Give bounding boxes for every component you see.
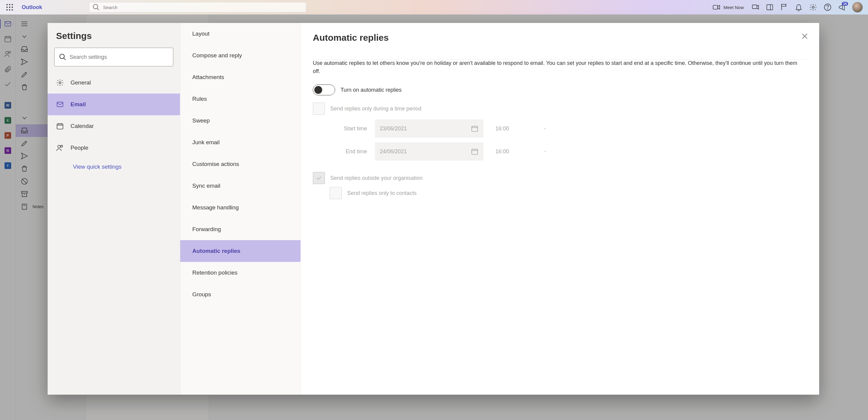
close-button[interactable] — [801, 32, 809, 41]
svg-point-7 — [9, 9, 10, 10]
toggle-label: Turn on automatic replies — [341, 87, 401, 93]
contacts-only-label: Send replies only to contacts — [347, 190, 416, 196]
nav1-email[interactable]: Email — [48, 93, 180, 115]
tips-button[interactable] — [777, 0, 792, 15]
svg-rect-48 — [472, 149, 478, 154]
svg-point-9 — [93, 4, 98, 9]
svg-point-3 — [6, 7, 7, 8]
nav2-automatic-replies[interactable]: Automatic replies — [180, 240, 301, 262]
svg-point-36 — [59, 82, 61, 84]
search-settings[interactable] — [54, 48, 173, 66]
settings-nav-secondary: Layout Compose and reply Attachments Rul… — [180, 23, 301, 395]
nav1-calendar[interactable]: Calendar — [48, 115, 180, 137]
settings-main-pane: Automatic replies Use automatic replies … — [301, 23, 819, 395]
svg-point-5 — [12, 7, 13, 8]
calendar-icon — [471, 147, 478, 156]
svg-point-42 — [58, 145, 60, 148]
whats-new-button[interactable]: 14 — [835, 0, 849, 15]
svg-point-0 — [6, 4, 7, 5]
global-search[interactable] — [89, 2, 306, 12]
nav2-sweep[interactable]: Sweep — [180, 110, 301, 132]
teams-call-button[interactable] — [748, 0, 763, 15]
search-settings-input[interactable] — [70, 54, 169, 60]
search-icon — [92, 3, 100, 11]
checkmark-icon — [315, 175, 322, 181]
svg-line-35 — [64, 58, 66, 60]
svg-point-8 — [12, 9, 13, 10]
question-icon — [824, 3, 832, 11]
nav1-general[interactable]: General — [48, 72, 180, 93]
svg-point-2 — [12, 4, 13, 5]
nav1-people[interactable]: People — [48, 137, 180, 159]
gear-icon — [809, 3, 817, 11]
svg-point-15 — [812, 6, 814, 8]
meet-now-button[interactable]: Meet Now — [708, 3, 748, 11]
nav2-attachments[interactable]: Attachments — [180, 66, 301, 88]
time-period-checkbox[interactable] — [313, 103, 325, 115]
svg-rect-13 — [767, 4, 773, 10]
nav2-groups[interactable]: Groups — [180, 284, 301, 305]
my-day-button[interactable] — [763, 0, 777, 15]
svg-point-43 — [61, 145, 63, 147]
end-date-input[interactable]: 24/06/2021 — [375, 142, 484, 161]
svg-point-4 — [9, 7, 10, 8]
nav2-rules[interactable]: Rules — [180, 88, 301, 110]
app-header: Outlook Meet Now 14 — [0, 0, 868, 15]
divider — [313, 59, 807, 59]
calendar-icon — [56, 122, 64, 130]
gear-icon — [56, 79, 64, 87]
chevron-down-icon — [542, 126, 547, 131]
end-time-label: End time — [313, 148, 367, 155]
calendar-icon — [471, 124, 478, 133]
settings-button[interactable] — [806, 0, 820, 15]
people-icon — [56, 144, 64, 152]
nav2-junk[interactable]: Junk email — [180, 132, 301, 153]
outside-org-label: Send replies outside your organisation — [330, 175, 423, 181]
settings-nav-primary: Settings General Email Calendar People V… — [48, 23, 180, 395]
search-input[interactable] — [103, 5, 303, 10]
nav2-handling[interactable]: Message handling — [180, 197, 301, 219]
search-icon — [59, 53, 67, 61]
contacts-only-checkbox[interactable] — [330, 187, 342, 199]
app-launcher-button[interactable] — [2, 0, 17, 15]
nav2-customise[interactable]: Customise actions — [180, 153, 301, 175]
nav2-sync[interactable]: Sync email — [180, 175, 301, 197]
brand-label: Outlook — [17, 4, 47, 10]
ribbon-icon — [780, 3, 788, 11]
bell-icon — [795, 3, 803, 11]
close-icon — [801, 32, 809, 40]
mail-icon — [56, 101, 64, 108]
view-quick-settings-link[interactable]: View quick settings — [48, 159, 180, 170]
svg-point-6 — [6, 9, 7, 10]
svg-rect-46 — [472, 126, 478, 131]
start-time-label: Start time — [313, 125, 367, 132]
svg-point-17 — [827, 9, 828, 9]
nav2-retention[interactable]: Retention policies — [180, 262, 301, 284]
time-period-label: Send replies only during a time period — [330, 106, 421, 112]
svg-rect-37 — [57, 102, 63, 107]
help-button[interactable] — [820, 0, 835, 15]
meet-now-label: Meet Now — [723, 5, 744, 10]
svg-line-10 — [97, 8, 99, 10]
end-time-select[interactable]: 16:00 — [491, 142, 552, 161]
svg-rect-11 — [713, 5, 718, 9]
panel-icon — [766, 3, 774, 11]
account-avatar[interactable] — [852, 2, 863, 12]
notifications-button[interactable] — [792, 0, 806, 15]
settings-title: Settings — [48, 29, 180, 48]
chevron-down-icon — [542, 149, 547, 154]
start-time-select[interactable]: 16:00 — [491, 119, 552, 138]
nav2-compose[interactable]: Compose and reply — [180, 45, 301, 66]
start-date-input[interactable]: 23/06/2021 — [375, 119, 484, 138]
pane-heading: Automatic replies — [313, 33, 807, 43]
settings-dialog: Settings General Email Calendar People V… — [48, 23, 819, 395]
nav2-layout[interactable]: Layout — [180, 23, 301, 45]
nav2-forwarding[interactable]: Forwarding — [180, 219, 301, 240]
svg-rect-12 — [752, 5, 757, 8]
auto-replies-toggle[interactable] — [313, 84, 335, 95]
pane-description: Use automatic replies to let others know… — [313, 51, 801, 76]
outside-org-checkbox[interactable] — [313, 172, 325, 184]
svg-point-1 — [9, 4, 10, 5]
time-period-grid: Start time 23/06/2021 16:00 End time 24/… — [313, 119, 807, 161]
video-icon — [712, 3, 720, 11]
